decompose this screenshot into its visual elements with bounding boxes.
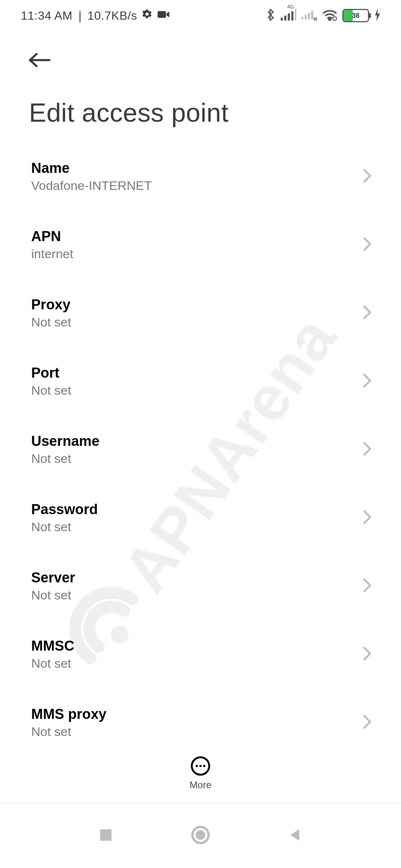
field-proxy[interactable]: Proxy Not set bbox=[0, 279, 401, 347]
more-button[interactable]: More bbox=[189, 756, 211, 791]
field-value: Vodafone-INTERNET bbox=[31, 178, 152, 193]
battery-icon: 38 bbox=[342, 9, 369, 22]
svg-rect-7 bbox=[301, 17, 303, 19]
chevron-right-icon bbox=[362, 578, 372, 594]
field-mmsc[interactable]: MMSC Not set bbox=[0, 620, 401, 688]
svg-rect-5 bbox=[291, 11, 294, 20]
status-time: 11:34 AM bbox=[21, 9, 72, 23]
svg-rect-6 bbox=[295, 9, 296, 21]
nav-home-button[interactable] bbox=[191, 825, 210, 846]
field-value: internet bbox=[31, 247, 73, 261]
field-label: Username bbox=[31, 433, 100, 449]
field-server[interactable]: Server Not set bbox=[0, 552, 401, 620]
nav-back-button[interactable] bbox=[287, 827, 303, 845]
field-username[interactable]: Username Not set bbox=[0, 415, 401, 484]
svg-rect-13 bbox=[100, 829, 112, 841]
signal-sim1-label: 4G bbox=[287, 4, 294, 10]
bottom-toolbar: More bbox=[0, 753, 401, 803]
field-label: Name bbox=[31, 160, 152, 176]
more-icon bbox=[191, 756, 210, 776]
status-left: 11:34 AM | 10.7KB/s bbox=[21, 9, 170, 23]
field-label: Proxy bbox=[31, 297, 71, 313]
field-password[interactable]: Password Not set bbox=[0, 484, 401, 552]
status-separator: | bbox=[78, 9, 81, 23]
chevron-right-icon bbox=[362, 168, 372, 185]
chevron-right-icon bbox=[362, 510, 372, 526]
field-value: Not set bbox=[31, 451, 100, 466]
field-name[interactable]: Name Vodafone-INTERNET bbox=[0, 142, 401, 211]
svg-rect-9 bbox=[308, 13, 310, 20]
chevron-right-icon bbox=[362, 373, 372, 389]
svg-rect-1 bbox=[158, 11, 166, 18]
field-value: Not set bbox=[31, 656, 74, 671]
svg-point-15 bbox=[196, 830, 205, 840]
signal-sim2-icon bbox=[301, 9, 317, 22]
field-label: Password bbox=[31, 502, 98, 517]
charging-bolt-icon bbox=[374, 9, 381, 23]
field-value: Not set bbox=[31, 588, 75, 602]
chevron-right-icon bbox=[362, 305, 372, 321]
status-right: 4G 38 bbox=[266, 8, 381, 23]
svg-rect-3 bbox=[284, 16, 287, 20]
nav-recent-button[interactable] bbox=[98, 827, 114, 845]
svg-rect-10 bbox=[311, 11, 313, 20]
field-mms-proxy[interactable]: MMS proxy Not set bbox=[0, 688, 401, 757]
video-camera-icon bbox=[157, 9, 170, 23]
wifi-icon bbox=[322, 9, 337, 22]
field-label: MMS proxy bbox=[31, 706, 107, 722]
field-apn[interactable]: APN internet bbox=[0, 211, 401, 279]
status-net-speed: 10.7KB/s bbox=[88, 9, 137, 23]
field-value: Not set bbox=[31, 520, 98, 534]
svg-rect-4 bbox=[288, 13, 290, 20]
svg-point-12 bbox=[333, 17, 336, 20]
field-label: Server bbox=[31, 570, 75, 586]
chevron-right-icon bbox=[362, 714, 372, 731]
field-value: Not set bbox=[31, 315, 71, 329]
field-value: Not set bbox=[31, 383, 71, 398]
settings-gear-icon bbox=[141, 9, 153, 23]
settings-list: Name Vodafone-INTERNET APN internet Prox… bbox=[0, 142, 401, 757]
more-label: More bbox=[189, 779, 211, 791]
field-label: MMSC bbox=[31, 638, 74, 654]
bluetooth-icon bbox=[266, 8, 276, 23]
field-value: Not set bbox=[31, 724, 107, 739]
field-port[interactable]: Port Not set bbox=[0, 347, 401, 415]
signal-sim1-icon: 4G bbox=[281, 9, 296, 22]
field-label: Port bbox=[31, 365, 71, 381]
page-title: Edit access point bbox=[0, 75, 401, 142]
field-label: APN bbox=[31, 228, 73, 244]
chevron-right-icon bbox=[362, 237, 372, 253]
back-button[interactable] bbox=[27, 47, 52, 73]
status-bar: 11:34 AM | 10.7KB/s 4G 38 bbox=[0, 0, 401, 31]
chevron-right-icon bbox=[362, 646, 372, 662]
chevron-right-icon bbox=[362, 441, 372, 458]
android-nav-bar bbox=[0, 803, 401, 868]
svg-point-11 bbox=[329, 19, 331, 20]
svg-rect-2 bbox=[281, 18, 283, 21]
svg-rect-8 bbox=[305, 15, 307, 19]
